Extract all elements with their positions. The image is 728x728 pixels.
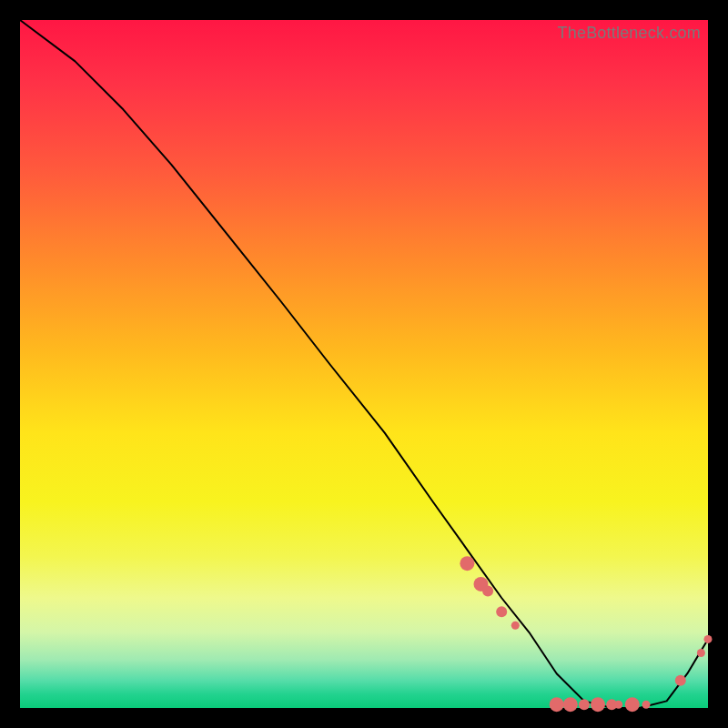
- dot-b7: [625, 697, 640, 712]
- dot-c1: [675, 675, 686, 686]
- dot-c3: [704, 635, 713, 643]
- dot-a1: [460, 556, 474, 571]
- marker-layer: [460, 556, 712, 712]
- chart-stage: TheBottleneck.com: [0, 0, 728, 728]
- bottleneck-curve: [20, 20, 708, 708]
- dot-a5: [511, 622, 520, 630]
- dot-b2: [563, 697, 578, 712]
- chart-overlay: [20, 20, 708, 708]
- dot-b1: [550, 697, 564, 712]
- dot-b6: [614, 701, 622, 709]
- dot-a3: [482, 586, 493, 597]
- dot-b4: [591, 697, 605, 712]
- dot-c2: [697, 649, 705, 657]
- chart-plot-area: TheBottleneck.com: [20, 20, 708, 708]
- dot-a4: [496, 606, 507, 617]
- dot-b8: [642, 701, 651, 709]
- dot-b3: [579, 699, 590, 710]
